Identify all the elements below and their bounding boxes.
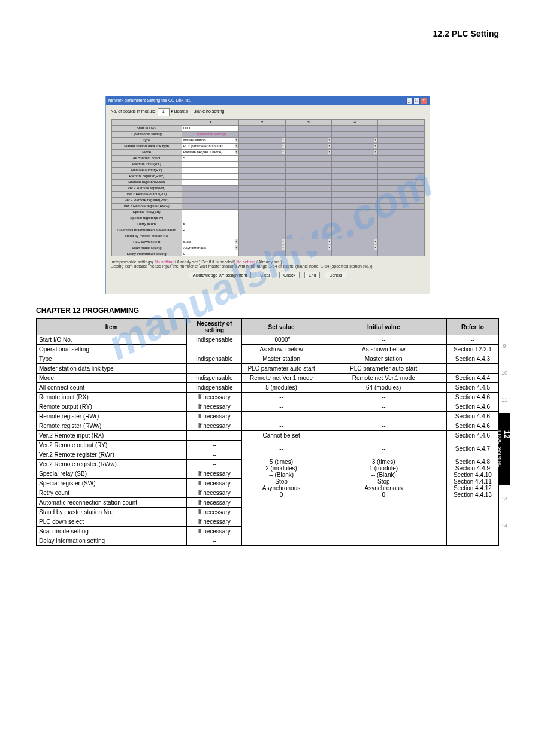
- dialog-buttons: Acknowledge XY assignmentClearCheckEndCa…: [111, 272, 425, 278]
- cell: --: [321, 402, 446, 412]
- cell: Remote register (RWw): [37, 421, 187, 431]
- cell: --: [321, 393, 446, 402]
- cell: --: [187, 536, 242, 546]
- cell: --: [321, 335, 446, 345]
- cell: Section 4.4.6 Section 4.4.7 Section 4.4.…: [446, 431, 498, 546]
- cell: --: [321, 421, 446, 431]
- cell: Operational setting: [37, 345, 187, 354]
- dialog-button[interactable]: End: [304, 272, 320, 278]
- cell: Ver.2 Remote output (RY): [37, 441, 187, 450]
- table-row: Operational setting As shown below As sh…: [37, 345, 499, 354]
- cell: Master station: [242, 354, 321, 364]
- cell: Retry count: [37, 488, 187, 498]
- cell: "0000": [242, 335, 321, 345]
- chapter-label: CHAPTER 12 PROGRAMMING: [36, 306, 499, 315]
- cell: If necessary: [187, 393, 242, 402]
- footer-text: No setting: [236, 260, 255, 264]
- cell: Section 4.4.4: [446, 374, 498, 383]
- cell: --: [446, 364, 498, 374]
- dialog-button[interactable]: Acknowledge XY assignment: [189, 272, 252, 278]
- header-necessity: Necessity of setting: [187, 319, 242, 335]
- cell: Section 4.4.6: [446, 421, 498, 431]
- cell: 5 (modules): [242, 383, 321, 393]
- cell: All connect count: [37, 383, 187, 393]
- cell: --: [242, 412, 321, 421]
- cell: Type: [37, 354, 187, 364]
- side-tab-10[interactable]: 10: [498, 359, 510, 386]
- cell: --: [187, 450, 242, 460]
- header-set: Set value: [242, 319, 321, 335]
- cell: Ver.2 Remote register (RWw): [37, 460, 187, 469]
- cell: -- -- 3 (times) 1 (module) -- (Blank) St…: [321, 431, 446, 546]
- section-title: 12.2 PLC Setting: [433, 29, 499, 38]
- maximize-icon[interactable]: □: [413, 98, 420, 104]
- cell: --: [446, 335, 498, 345]
- cell: As shown below: [321, 345, 446, 354]
- dialog-button[interactable]: Cancel: [325, 272, 346, 278]
- boards-label: No. of boards in module: [111, 109, 155, 113]
- cell: --: [242, 421, 321, 431]
- footer-detail: Setting item details: Please input the n…: [111, 264, 373, 268]
- side-tab-12-active[interactable]: 12PROGRAMMING: [498, 413, 510, 485]
- cell: --: [187, 441, 242, 450]
- side-tabs: 9 10 11 12PROGRAMMING 13 14: [498, 332, 511, 539]
- close-icon[interactable]: ×: [421, 98, 427, 104]
- table-row: Start I/O No. Indispensable "0000" -- --: [37, 335, 499, 345]
- section-rule: [406, 42, 499, 42]
- cell: Remote net Ver.1 mode: [242, 374, 321, 383]
- cell: Special register (SW): [37, 479, 187, 488]
- cell: Scan mode setting: [37, 527, 187, 536]
- footer-text: No setting: [155, 260, 174, 264]
- footer-text: Indispensable settings(: [111, 260, 154, 264]
- cell: Remote output (RY): [37, 402, 187, 412]
- table-header-row: Item Necessity of setting Set value Init…: [37, 319, 499, 335]
- dialog-titlebar: Network parameters Setting the CC-Link l…: [106, 96, 430, 105]
- param-grid: 1234Start I/O No.0000Operational setting…: [111, 119, 425, 256]
- side-tab-9[interactable]: 9: [498, 332, 510, 359]
- cell: Indispensable: [187, 383, 242, 393]
- side-tab-text: PROGRAMMING: [497, 430, 503, 467]
- cell: Special relay (SB): [37, 469, 187, 479]
- cell: 64 (modules): [321, 383, 446, 393]
- cell: Ver.2 Remote input (RX): [37, 431, 187, 441]
- side-tab-11[interactable]: 11: [498, 386, 510, 413]
- cell: If necessary: [187, 498, 242, 508]
- side-tab-14[interactable]: 14: [498, 512, 510, 539]
- cell: If necessary: [187, 479, 242, 488]
- minimize-icon[interactable]: _: [406, 98, 413, 104]
- cell: PLC parameter auto start: [321, 364, 446, 374]
- cell: Delay information setting: [37, 536, 187, 546]
- cell: --: [187, 460, 242, 469]
- cell: --: [187, 364, 242, 374]
- cell: Master station: [321, 354, 446, 364]
- cell: If necessary: [187, 517, 242, 527]
- cell: Indispensable: [187, 354, 242, 364]
- table-row: Mode Indispensable Remote net Ver.1 mode…: [37, 374, 499, 383]
- cell: If necessary: [187, 412, 242, 421]
- dialog-button[interactable]: Clear: [256, 272, 274, 278]
- boards-count-row: No. of boards in module 1▾ Boards Blank:…: [111, 108, 425, 116]
- dialog-title: Network parameters Setting the CC-Link l…: [108, 96, 191, 105]
- side-tab-13[interactable]: 13: [498, 485, 510, 512]
- footer-text: / Already set ): [256, 260, 282, 264]
- header-init: Initial value: [321, 319, 446, 335]
- cell: If necessary: [187, 421, 242, 431]
- table-row: Remote register (RWr) If necessary -- --…: [37, 412, 499, 421]
- table-row: All connect count Indispensable 5 (modul…: [37, 383, 499, 393]
- cell: If necessary: [187, 527, 242, 536]
- cell: Remote net Ver.1 mode: [321, 374, 446, 383]
- table-row: Remote output (RY) If necessary -- -- Se…: [37, 402, 499, 412]
- dialog-button[interactable]: Check: [279, 272, 300, 278]
- cell: As shown below: [242, 345, 321, 354]
- side-tab-num: 12: [503, 430, 511, 438]
- cell: Section 4.4.3: [446, 354, 498, 364]
- cell: If necessary: [187, 469, 242, 479]
- cell: Automatic reconnection station count: [37, 498, 187, 508]
- parameter-table: Item Necessity of setting Set value Init…: [36, 318, 499, 546]
- cell: --: [242, 393, 321, 402]
- boards-label2: Boards: [174, 109, 188, 113]
- boards-count-select[interactable]: 1: [158, 108, 170, 116]
- cell: Indispensable: [187, 335, 242, 354]
- table-row: Master station data link type -- PLC par…: [37, 364, 499, 374]
- table-row: Remote input (RX) If necessary -- -- Sec…: [37, 393, 499, 402]
